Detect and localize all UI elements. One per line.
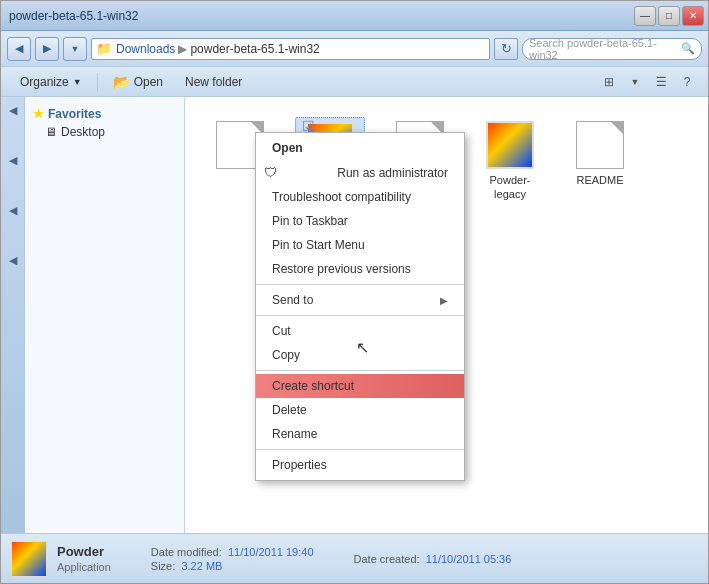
navigation-sidebar: ★ Favorites 🖥 Desktop xyxy=(25,97,185,533)
status-file-icon xyxy=(11,541,47,577)
desktop-label: Desktop xyxy=(61,125,105,139)
path-folder: powder-beta-65.1-win32 xyxy=(190,42,319,56)
search-icon: 🔍 xyxy=(681,42,695,55)
status-date-created-value: 11/10/2011 05:36 xyxy=(426,553,512,565)
context-pin-taskbar-label: Pin to Taskbar xyxy=(272,214,348,228)
address-path[interactable]: 📁 Downloads ▶ powder-beta-65.1-win32 xyxy=(91,38,490,60)
open-icon: 📂 xyxy=(113,74,130,90)
organize-chevron-icon: ▼ xyxy=(73,77,82,87)
refresh-button[interactable]: ↻ xyxy=(494,38,518,60)
context-menu: Open 🛡 Run as administrator Troubleshoot… xyxy=(255,132,465,481)
context-copy[interactable]: Copy xyxy=(256,343,464,367)
submenu-arrow-icon: ▶ xyxy=(440,295,448,306)
status-size: Size: 3.22 MB xyxy=(151,560,314,572)
statusbar: Powder Application Date modified: 11/10/… xyxy=(1,533,708,583)
context-pin-start[interactable]: Pin to Start Menu xyxy=(256,233,464,257)
context-copy-label: Copy xyxy=(272,348,300,362)
folder-icon: 📁 xyxy=(96,41,112,56)
forward-button[interactable]: ▶ xyxy=(35,37,59,61)
up-button[interactable]: ▼ xyxy=(63,37,87,61)
new-folder-button[interactable]: New folder xyxy=(176,71,251,93)
favorites-star-icon: ★ xyxy=(33,107,44,121)
path-downloads: Downloads xyxy=(116,42,175,56)
collapse-icon-4[interactable]: ◀ xyxy=(4,251,22,269)
status-details-2: Date created: 11/10/2011 05:36 xyxy=(354,553,512,565)
status-details: Date modified: 11/10/2011 19:40 Size: 3.… xyxy=(151,546,314,572)
context-troubleshoot[interactable]: Troubleshoot compatibility xyxy=(256,185,464,209)
context-restore-label: Restore previous versions xyxy=(272,262,411,276)
context-rename-label: Rename xyxy=(272,427,317,441)
status-date-modified-value: 11/10/2011 19:40 xyxy=(228,546,314,558)
context-open[interactable]: Open xyxy=(256,136,464,160)
window: powder-beta-65.1-win32 — □ ✕ ◀ ▶ ▼ 📁 Dow… xyxy=(0,0,709,584)
context-run-admin-label: Run as administrator xyxy=(337,166,448,180)
back-button[interactable]: ◀ xyxy=(7,37,31,61)
context-delete[interactable]: Delete xyxy=(256,398,464,422)
file-label-legacy: Powder-legacy xyxy=(479,173,541,202)
context-send-to[interactable]: Send to ▶ xyxy=(256,288,464,312)
content-area: ◀ ◀ ◀ ◀ ★ Favorites 🖥 Desktop xyxy=(1,97,708,533)
status-file-type: Application xyxy=(57,561,111,573)
context-delete-label: Delete xyxy=(272,403,307,417)
view-dropdown-button[interactable]: ▼ xyxy=(624,71,646,93)
context-separator-2 xyxy=(256,315,464,316)
minimize-button[interactable]: — xyxy=(634,6,656,26)
context-create-shortcut-label: Create shortcut xyxy=(272,379,354,393)
favorites-header[interactable]: ★ Favorites xyxy=(29,105,180,123)
list-item[interactable]: README xyxy=(565,117,635,206)
maximize-button[interactable]: □ xyxy=(658,6,680,26)
context-restore[interactable]: Restore previous versions xyxy=(256,257,464,281)
window-title: powder-beta-65.1-win32 xyxy=(9,9,138,23)
view-tiles-button[interactable]: ⊞ xyxy=(598,71,620,93)
context-cut-label: Cut xyxy=(272,324,291,338)
context-separator-3 xyxy=(256,370,464,371)
organize-button[interactable]: Organize ▼ xyxy=(11,71,91,93)
collapse-icon-1[interactable]: ◀ xyxy=(4,101,22,119)
context-separator-4 xyxy=(256,449,464,450)
status-file-name: Powder xyxy=(57,544,111,559)
list-item[interactable]: Powder-legacy xyxy=(475,117,545,206)
context-cut[interactable]: Cut xyxy=(256,319,464,343)
file-icon-readme xyxy=(576,121,624,169)
organize-label: Organize xyxy=(20,75,69,89)
view-details-button[interactable]: ☰ xyxy=(650,71,672,93)
context-run-admin[interactable]: 🛡 Run as administrator xyxy=(256,160,464,185)
toolbar-separator-1 xyxy=(97,73,98,91)
addressbar: ◀ ▶ ▼ 📁 Downloads ▶ powder-beta-65.1-win… xyxy=(1,31,708,67)
status-info: Powder Application xyxy=(57,544,111,573)
file-area: ☑ Powder powder.pref xyxy=(185,97,708,533)
toolbar-right: ⊞ ▼ ☰ ? xyxy=(598,71,698,93)
status-date-created: Date created: 11/10/2011 05:36 xyxy=(354,553,512,565)
context-pin-start-label: Pin to Start Menu xyxy=(272,238,365,252)
file-icon-legacy xyxy=(486,121,534,169)
close-button[interactable]: ✕ xyxy=(682,6,704,26)
favorites-label: Favorites xyxy=(48,107,101,121)
status-date-modified: Date modified: 11/10/2011 19:40 xyxy=(151,546,314,558)
help-button[interactable]: ? xyxy=(676,71,698,93)
status-size-value: 3.22 MB xyxy=(181,560,222,572)
titlebar: powder-beta-65.1-win32 — □ ✕ xyxy=(1,1,708,31)
context-properties[interactable]: Properties xyxy=(256,453,464,477)
context-send-to-label: Send to xyxy=(272,293,313,307)
context-rename[interactable]: Rename xyxy=(256,422,464,446)
toolbar: Organize ▼ 📂 Open New folder ⊞ ▼ ☰ ? xyxy=(1,67,708,97)
context-separator-1 xyxy=(256,284,464,285)
side-strip: ◀ ◀ ◀ ◀ xyxy=(1,97,25,533)
context-open-label: Open xyxy=(272,141,303,155)
search-box[interactable]: Search powder-beta-65.1-win32 🔍 xyxy=(522,38,702,60)
open-button[interactable]: 📂 Open xyxy=(104,71,172,93)
context-troubleshoot-label: Troubleshoot compatibility xyxy=(272,190,411,204)
new-folder-label: New folder xyxy=(185,75,242,89)
context-create-shortcut[interactable]: Create shortcut xyxy=(256,374,464,398)
collapse-icon-2[interactable]: ◀ xyxy=(4,151,22,169)
context-pin-taskbar[interactable]: Pin to Taskbar xyxy=(256,209,464,233)
collapse-icon-3[interactable]: ◀ xyxy=(4,201,22,219)
admin-icon: 🛡 xyxy=(264,165,277,180)
search-placeholder: Search powder-beta-65.1-win32 xyxy=(529,37,677,61)
desktop-icon: 🖥 xyxy=(45,125,57,139)
titlebar-buttons: — □ ✕ xyxy=(634,6,704,26)
context-properties-label: Properties xyxy=(272,458,327,472)
sidebar-item-desktop[interactable]: 🖥 Desktop xyxy=(29,123,180,141)
open-label: Open xyxy=(134,75,163,89)
file-label-readme: README xyxy=(576,173,623,187)
